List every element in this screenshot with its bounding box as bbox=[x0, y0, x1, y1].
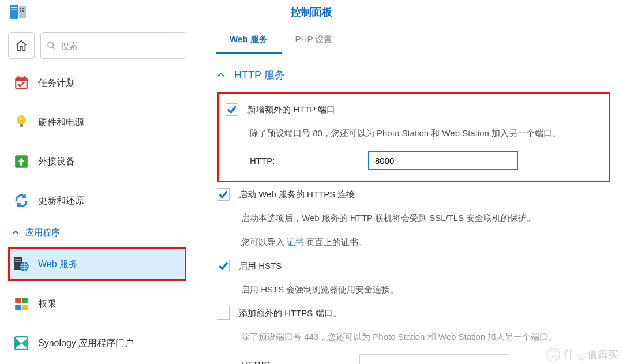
svg-rect-12 bbox=[18, 76, 20, 79]
globe-server-icon bbox=[13, 256, 30, 272]
svg-point-27 bbox=[547, 348, 560, 361]
checkbox-hsts[interactable] bbox=[217, 260, 230, 272]
tab-php[interactable]: PHP 设置 bbox=[282, 27, 347, 54]
calendar-icon bbox=[13, 76, 30, 91]
sidebar-item-update[interactable]: 更新和还原 bbox=[8, 185, 186, 217]
svg-rect-4 bbox=[20, 8, 21, 9]
chevron-up-icon bbox=[12, 229, 20, 237]
svg-rect-15 bbox=[20, 124, 23, 127]
checkbox-https-extra[interactable] bbox=[217, 307, 230, 320]
sidebar-item-task[interactable]: 任务计划 bbox=[8, 67, 186, 99]
home-icon bbox=[15, 39, 28, 52]
search-icon bbox=[47, 40, 56, 51]
svg-line-9 bbox=[52, 47, 55, 49]
search-input[interactable] bbox=[61, 41, 180, 51]
sidebar-item-label: 权限 bbox=[38, 298, 57, 310]
checkbox-label: 添加额外的 HTTPS 端口。 bbox=[239, 308, 341, 319]
svg-rect-19 bbox=[15, 259, 21, 260]
app-icon bbox=[8, 4, 29, 20]
svg-rect-22 bbox=[15, 298, 21, 303]
refresh-icon bbox=[13, 193, 30, 208]
description-text: 除了预设端口号 80，您还可以为 Photo Station 和 Web Sta… bbox=[226, 126, 602, 140]
svg-rect-20 bbox=[15, 261, 21, 262]
sidebar-item-web[interactable]: Web 服务 bbox=[8, 247, 186, 281]
search-box[interactable] bbox=[40, 32, 186, 59]
sidebar-item-portal[interactable]: Synology 应用程序门户 bbox=[8, 327, 186, 359]
field-label-http: HTTP: bbox=[250, 156, 368, 166]
sidebar-item-label: Synology 应用程序门户 bbox=[38, 337, 134, 350]
portal-icon bbox=[13, 336, 30, 351]
svg-rect-23 bbox=[22, 298, 28, 303]
section-title: HTTP 服务 bbox=[234, 68, 285, 82]
svg-rect-13 bbox=[24, 76, 25, 79]
svg-rect-2 bbox=[11, 9, 17, 10]
svg-point-8 bbox=[48, 42, 53, 47]
highlighted-area: 新增额外的 HTTP 端口 除了预设端口号 80，您还可以为 Photo Sta… bbox=[217, 92, 610, 182]
svg-rect-5 bbox=[22, 8, 24, 9]
cert-link[interactable]: 证书 bbox=[287, 237, 304, 247]
checkbox-label: 启动 Web 服务的 HTTPS 连接 bbox=[239, 189, 355, 200]
svg-rect-6 bbox=[20, 10, 21, 12]
checkbox-label: 启用 HSTS bbox=[239, 261, 282, 272]
tab-web[interactable]: Web 服务 bbox=[216, 27, 282, 54]
home-button[interactable] bbox=[8, 32, 35, 59]
field-label-https: HTTPS: bbox=[241, 359, 359, 365]
sidebar-section-label: 应用程序 bbox=[25, 227, 60, 238]
sidebar-item-perm[interactable]: 权限 bbox=[8, 288, 186, 320]
svg-rect-24 bbox=[15, 305, 21, 310]
svg-rect-1 bbox=[11, 7, 17, 8]
checkbox-label: 新增额外的 HTTP 端口 bbox=[247, 104, 335, 115]
svg-point-14 bbox=[17, 115, 26, 125]
watermark: 什么值得买 bbox=[546, 348, 618, 362]
http-port-input[interactable] bbox=[368, 151, 518, 170]
sidebar-item-label: 硬件和电源 bbox=[38, 117, 84, 129]
description-text: 您可以导入 证书 页面上的证书。 bbox=[217, 235, 610, 249]
sidebar-item-label: 更新和还原 bbox=[38, 195, 84, 207]
section-http[interactable]: HTTP 服务 bbox=[217, 67, 610, 92]
svg-point-16 bbox=[19, 117, 21, 120]
checkbox-http-extra[interactable] bbox=[226, 103, 238, 116]
bulb-icon bbox=[13, 114, 30, 130]
page-title: 控制面板 bbox=[291, 5, 332, 19]
checkbox-https-enable[interactable] bbox=[217, 188, 230, 201]
description-text: 除了预设端口号 443，您还可以为 Photo Station 和 Web St… bbox=[217, 330, 610, 344]
sidebar-item-label: Web 服务 bbox=[38, 258, 78, 271]
svg-rect-11 bbox=[16, 78, 27, 81]
content-area: Web 服务 PHP 设置 HTTP 服务 新增额外的 HTTP 端口 除了预设… bbox=[197, 24, 623, 364]
description-text: 启用 HSTS 会强制浏览器使用安全连接。 bbox=[217, 283, 610, 297]
sidebar-item-label: 任务计划 bbox=[38, 77, 75, 89]
sidebar: 任务计划 硬件和电源 外接设备 bbox=[0, 24, 197, 364]
sidebar-item-label: 外接设备 bbox=[38, 156, 75, 168]
svg-rect-7 bbox=[22, 10, 24, 12]
sidebar-item-ext[interactable]: 外接设备 bbox=[8, 145, 186, 178]
https-port-input bbox=[359, 354, 509, 364]
svg-rect-25 bbox=[22, 305, 28, 310]
upload-icon bbox=[13, 154, 30, 169]
sidebar-section-apps[interactable]: 应用程序 bbox=[8, 224, 186, 242]
chevron-up-icon bbox=[217, 71, 225, 79]
grid-icon bbox=[13, 297, 30, 312]
description-text: 启动本选项后，Web 服务的 HTTP 联机将会受到 SSL/TLS 安全联机的… bbox=[217, 211, 610, 225]
sidebar-item-power[interactable]: 硬件和电源 bbox=[8, 106, 186, 138]
